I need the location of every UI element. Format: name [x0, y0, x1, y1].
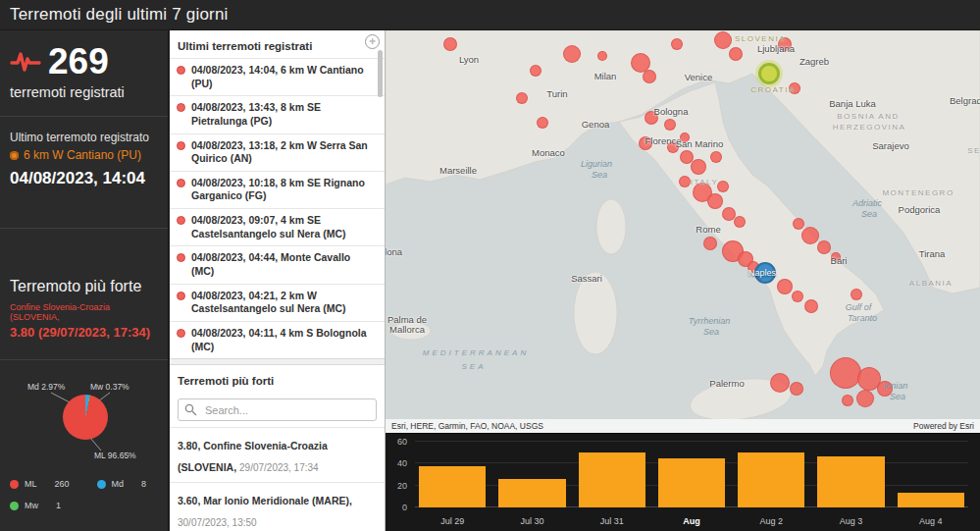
chart-bar[interactable] [419, 466, 486, 507]
strongest-earthquake-row[interactable]: 3.60, Mar Ionio Meridionale (MARE), 30/0… [170, 482, 385, 531]
strongest-list: 3.80, Confine Slovenia-Croazia (SLOVENIA… [170, 427, 385, 531]
scrollbar[interactable] [378, 50, 383, 97]
dashboard: Terremoti degli ultimi 7 giorni 269 terr… [0, 0, 980, 531]
search-input[interactable] [203, 403, 370, 417]
earthquake-marker-red[interactable] [597, 51, 607, 61]
earthquake-marker-red[interactable] [778, 37, 792, 51]
chart-bar[interactable] [658, 458, 725, 507]
latest-earthquake-row[interactable]: 04/08/2023, 04:11, 4 km S Bolognola (MC) [170, 321, 385, 358]
earthquake-marker-red[interactable] [804, 299, 818, 313]
earthquake-marker-blue[interactable] [754, 262, 776, 284]
legend-label: Mw [25, 501, 38, 510]
earthquake-marker-red[interactable] [877, 381, 893, 397]
earthquake-marker-red[interactable] [714, 31, 732, 49]
legend-item-ml[interactable]: ML 260 [10, 479, 70, 489]
earthquake-text: 04/08/2023, 04:44, Monte Cavallo (MC) [191, 251, 375, 278]
earthquake-text: 04/08/2023, 13:18, 2 km W Serra San Quir… [191, 139, 375, 166]
earthquake-text: 04/08/2023, 04:11, 4 km S Bolognola (MC) [191, 327, 375, 353]
strongest-list-title: Terremoti più forti [178, 375, 274, 387]
chart-bar[interactable] [579, 452, 645, 507]
earthquake-marker-red[interactable] [516, 92, 528, 104]
chart-bar[interactable] [817, 456, 884, 507]
earthquake-dot-icon [177, 66, 185, 75]
earthquake-marker-red[interactable] [703, 237, 717, 250]
last-earthquake-location: 6 km W Cantiano (PU) [24, 148, 141, 162]
earthquake-marker-red[interactable] [851, 289, 862, 300]
earthquake-marker-red[interactable] [830, 357, 861, 389]
earthquake-text: 04/08/2023, 14:04, 6 km W Cantiano (PU) [191, 64, 375, 90]
sidebar: 269 terremoti registrati Ultimo terremot… [0, 30, 169, 531]
earthquake-marker-red[interactable] [831, 252, 841, 262]
earthquake-marker-red[interactable] [717, 181, 729, 192]
earthquake-dot-icon [177, 329, 185, 338]
chart-xtick: Jul 30 [498, 516, 565, 526]
earthquake-marker-red[interactable] [789, 82, 800, 94]
chart-bar[interactable] [738, 452, 804, 507]
legend-label: Md [112, 479, 125, 489]
earthquake-dot-icon [177, 253, 185, 262]
chart-bar[interactable] [898, 493, 964, 507]
earthquake-date-text: 29/07/2023, 17:34 [239, 462, 319, 473]
earthquake-marker-red[interactable] [707, 193, 723, 209]
earthquake-marker-red[interactable] [530, 65, 542, 77]
earthquake-marker-red[interactable] [856, 390, 874, 407]
earthquake-marker-red[interactable] [679, 176, 691, 187]
chart-bar[interactable] [498, 479, 565, 507]
earthquake-date-text: 30/07/2023, 13:50 [178, 517, 257, 528]
earthquake-marker-red[interactable] [671, 38, 683, 50]
move-widget-icon[interactable]: ✛ [365, 34, 380, 49]
earthquake-marker-red[interactable] [770, 373, 790, 393]
chart-xtick: Aug [658, 516, 725, 526]
earthquake-marker-red[interactable] [817, 240, 831, 254]
earthquake-marker-red[interactable] [667, 141, 679, 153]
magnitude-pie-section: Md 2.97% Mw 0.37% ML 96.65% [0, 359, 168, 469]
chart-ytick: 60 [397, 437, 407, 447]
latest-earthquake-row[interactable]: 04/08/2023, 13:43, 8 km SE Pietralunga (… [170, 95, 385, 133]
latest-earthquake-row[interactable]: 04/08/2023, 04:44, Monte Cavallo (MC) [170, 245, 385, 283]
earthquake-marker-red[interactable] [793, 218, 804, 230]
latest-list-title: Ultimi terremoti registrati [178, 40, 312, 52]
strongest-heading: Terremoto più forte [10, 278, 158, 295]
latest-earthquake-row[interactable]: 04/08/2023, 13:18, 2 km W Serra San Quir… [170, 133, 385, 171]
powered-by-esri: Powered by Esri [913, 421, 974, 431]
earthquake-marker-red[interactable] [710, 151, 722, 163]
earthquake-marker-red[interactable] [790, 382, 803, 396]
earthquake-marker-red[interactable] [443, 37, 457, 51]
earthquake-marker-red[interactable] [645, 111, 658, 125]
earthquake-marker-red[interactable] [777, 279, 793, 294]
earthquake-marker-red[interactable] [639, 136, 652, 150]
panel-separator [170, 358, 385, 365]
earthquake-marker-red[interactable] [643, 70, 656, 83]
earthquake-marker-green[interactable] [758, 63, 780, 84]
chart-xtick: Jul 31 [579, 516, 645, 526]
earthquake-marker-red[interactable] [801, 227, 819, 244]
earthquake-marker-red[interactable] [734, 216, 746, 228]
earthquake-marker-red[interactable] [563, 45, 581, 63]
earthquake-marker-red[interactable] [680, 133, 690, 142]
total-earthquakes-stat: 269 terremoti registrati [0, 30, 168, 116]
chart-bars [415, 442, 968, 507]
latest-earthquake-row[interactable]: 04/08/2023, 10:18, 8 km SE Rignano Garga… [170, 171, 385, 208]
earthquake-text: 04/08/2023, 04:21, 2 km W Castelsantange… [191, 290, 375, 316]
earthquake-marker-red[interactable] [792, 291, 803, 302]
earthquake-text: 04/08/2023, 10:18, 8 km SE Rignano Garga… [191, 177, 375, 203]
latest-earthquake-row[interactable]: 04/08/2023, 14:04, 6 km W Cantiano (PU) [170, 58, 385, 95]
earthquake-marker-red[interactable] [537, 117, 548, 129]
map-attribution: Esri, HERE, Garmin, FAO, NOAA, USGS Powe… [386, 419, 980, 433]
earthquake-dot-icon [177, 141, 185, 150]
map[interactable]: LyonTurinMilanVeniceSLOVENIALjubljanaZag… [386, 30, 980, 433]
legend-item-md[interactable]: Md 8 [97, 479, 147, 489]
lists-panel: Ultimi terremoti registrati ✛ 04/08/2023… [170, 30, 386, 531]
strongest-earthquake-section: Terremoto più forte Confine Slovenia-Cro… [0, 228, 168, 359]
earthquake-marker-red[interactable] [664, 119, 676, 131]
earthquake-marker-red[interactable] [842, 395, 853, 406]
magnitude-legend: ML 260 Md 8 Mw 1 [0, 469, 168, 510]
latest-earthquake-row[interactable]: 04/08/2023, 09:07, 4 km SE Castelsantang… [170, 208, 385, 245]
latest-earthquake-row[interactable]: 04/08/2023, 04:21, 2 km W Castelsantange… [170, 284, 385, 321]
legend-item-mw[interactable]: Mw 1 [10, 501, 61, 510]
magnitude-pie-chart[interactable] [63, 395, 108, 440]
earthquake-marker-red[interactable] [729, 47, 743, 61]
strongest-earthquake-row[interactable]: 3.80, Confine Slovenia-Croazia (SLOVENIA… [170, 427, 385, 482]
earthquake-marker-red[interactable] [691, 159, 706, 175]
search-icon [184, 403, 197, 416]
